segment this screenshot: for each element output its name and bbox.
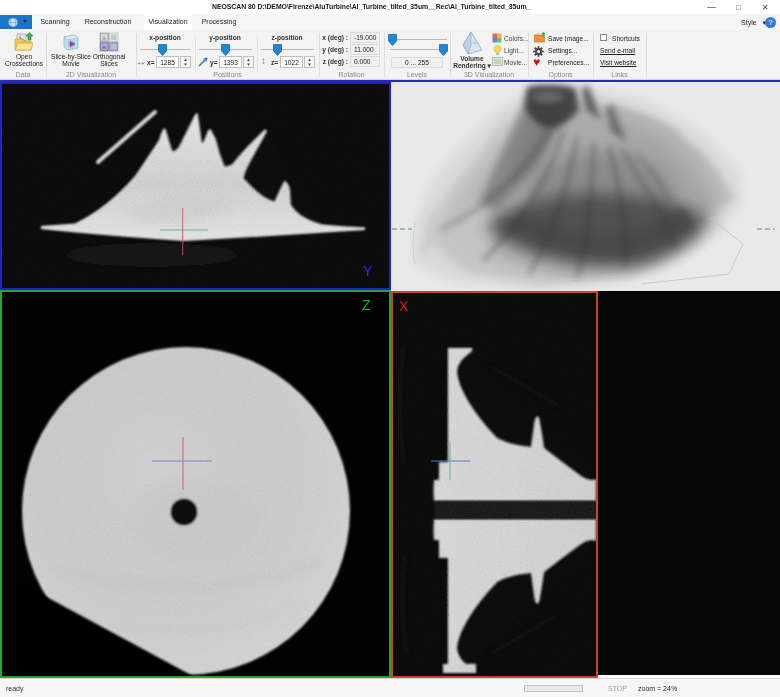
- svg-text:X: X: [399, 298, 409, 314]
- svg-text:Z: Z: [362, 297, 371, 313]
- svg-text:Y: Y: [363, 263, 373, 279]
